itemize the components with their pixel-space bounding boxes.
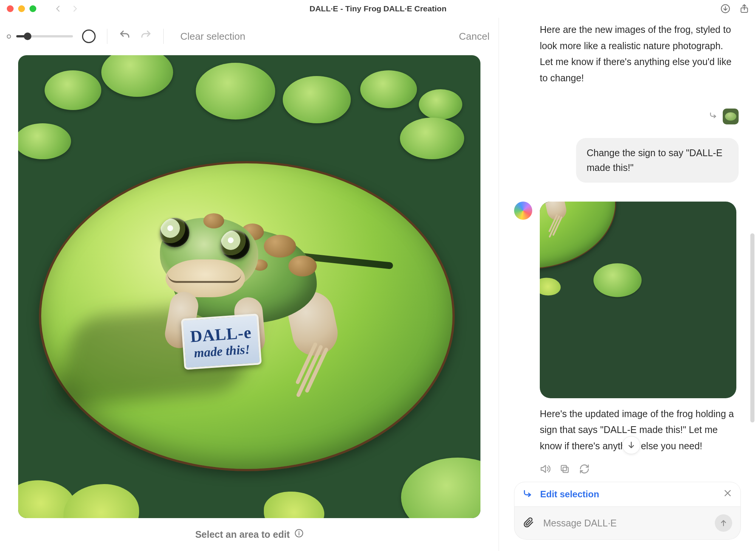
user-image-thumbnail[interactable] [723,109,739,124]
assistant-avatar [514,202,532,220]
attach-button[interactable] [523,516,534,530]
reply-arrow-icon [709,111,717,121]
brush-size-slider[interactable] [16,35,73,37]
generated-image[interactable]: DALL-e made this! [540,202,736,398]
minimize-window-dot[interactable] [18,5,25,12]
traffic-lights [7,5,36,12]
frog-sign: DALL-e made this! [181,314,262,370]
read-aloud-icon[interactable] [540,463,550,479]
window-title: DALL·E - Tiny Frog DALL·E Creation [0,4,756,13]
assistant-message: Here are the new images of the frog, sty… [540,22,739,86]
user-message: Change the sign to say "DALL-E made this… [576,138,739,183]
composer: Edit selection [499,482,756,551]
copy-icon[interactable] [559,463,570,479]
edit-selection-chip: Edit selection [514,482,741,507]
edit-selection-label[interactable]: Edit selection [540,489,599,500]
editor-toolbar: Clear selection Cancel [0,18,499,55]
frog-illustration: DALL-e made this! [139,203,336,362]
brush-min-icon [7,34,11,39]
close-window-dot[interactable] [7,5,14,12]
share-icon[interactable] [739,4,749,14]
send-button[interactable] [715,514,732,532]
download-icon[interactable] [720,4,730,14]
svg-rect-5 [563,467,568,472]
titlebar: DALL·E - Tiny Frog DALL·E Creation [0,0,756,18]
scroll-to-bottom-button[interactable] [622,436,640,454]
nav-forward-button[interactable] [71,5,79,12]
svg-point-4 [298,531,299,532]
scrollbar[interactable] [750,233,754,422]
nav-back-button[interactable] [54,5,62,12]
brush-size-control[interactable] [7,29,96,43]
chat-panel: Here are the new images of the frog, sty… [499,18,756,551]
toolbar-separator [163,29,164,44]
clear-selection-button[interactable]: Clear selection [180,31,245,42]
svg-rect-6 [561,466,567,471]
close-icon[interactable] [723,489,732,500]
cancel-button[interactable]: Cancel [459,31,490,42]
editor-canvas[interactable]: DALL-e made this! [18,55,480,518]
regenerate-icon[interactable] [579,463,590,479]
undo-button[interactable] [119,29,131,43]
info-icon[interactable] [294,529,304,540]
message-input[interactable] [543,518,706,529]
redo-button[interactable] [140,29,152,43]
brush-max-icon [82,29,96,43]
toolbar-separator [107,29,107,44]
zoom-window-dot[interactable] [29,5,36,12]
editor-hint: Select an area to edit [195,529,290,540]
image-editor: Clear selection Cancel [0,18,499,551]
reply-arrow-icon [523,488,533,500]
